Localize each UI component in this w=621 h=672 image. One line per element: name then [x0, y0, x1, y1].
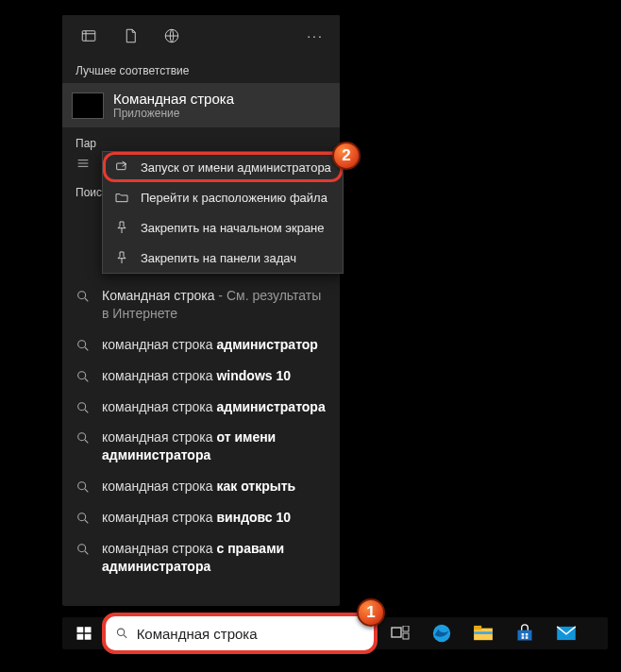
web-result-label: командная строка администратора — [102, 398, 326, 416]
svg-rect-32 — [403, 633, 409, 639]
filter-tabs: ··· — [62, 15, 340, 57]
ctx-label: Запуск от имени администратора — [141, 160, 331, 175]
ctx-open-location[interactable]: Перейти к расположению файла — [103, 182, 343, 212]
annotation-badge-2: 2 — [332, 142, 361, 170]
web-result-label: командная строка от имени администратора — [102, 428, 327, 464]
svg-line-29 — [124, 635, 126, 638]
search-icon — [76, 479, 91, 495]
ctx-pin-start[interactable]: Закрепить на начальном экране — [103, 212, 343, 243]
ctx-pin-taskbar[interactable]: Закрепить на панели задач — [103, 243, 343, 273]
search-panel: ··· Лучшее соответствие Командная строка… — [62, 15, 340, 606]
web-result[interactable]: командная строка с правами администратор… — [62, 533, 340, 582]
best-match-subtitle: Приложение — [113, 107, 234, 120]
admin-icon — [114, 160, 129, 175]
svg-point-21 — [78, 545, 86, 552]
svg-point-15 — [78, 433, 86, 441]
mail-icon[interactable] — [545, 613, 587, 653]
tab-documents-icon[interactable] — [109, 15, 151, 57]
search-icon — [76, 400, 91, 415]
svg-rect-27 — [85, 634, 92, 640]
ctx-label: Закрепить на панели задач — [141, 251, 296, 265]
search-icon — [76, 430, 91, 445]
web-result-label: командная строка windows 10 — [102, 367, 291, 385]
cmd-app-icon — [72, 92, 104, 119]
tab-all-icon[interactable] — [68, 15, 109, 57]
svg-point-9 — [78, 340, 86, 347]
web-result[interactable]: командная строка администратор — [62, 329, 340, 361]
svg-rect-35 — [474, 626, 481, 630]
svg-rect-37 — [518, 630, 532, 641]
svg-point-28 — [117, 629, 124, 635]
store-icon[interactable] — [504, 613, 545, 653]
search-icon — [76, 511, 91, 526]
svg-rect-0 — [82, 31, 95, 42]
tab-web-icon[interactable] — [151, 15, 193, 57]
svg-line-22 — [85, 551, 88, 554]
web-result-label: командная строка виндовс 10 — [102, 509, 291, 527]
search-input[interactable] — [137, 626, 364, 642]
svg-rect-36 — [474, 631, 493, 634]
explorer-icon[interactable] — [462, 613, 504, 653]
svg-line-12 — [85, 378, 88, 381]
svg-rect-31 — [403, 626, 409, 631]
web-result-label: командная строка как открыть — [102, 478, 295, 496]
search-icon — [115, 626, 129, 641]
svg-point-13 — [78, 402, 86, 410]
best-match-item[interactable]: Командная строка Приложение — [62, 83, 340, 127]
svg-line-18 — [85, 489, 88, 492]
taskview-icon[interactable] — [379, 613, 421, 653]
ctx-label: Перейти к расположению файла — [141, 191, 327, 205]
edge-icon[interactable] — [421, 613, 462, 653]
ctx-label: Закрепить на начальном экране — [141, 221, 325, 235]
settings-header-partial: Пар — [62, 127, 340, 150]
web-result-label: командная строка администратор — [102, 336, 318, 354]
more-icon[interactable]: ··· — [296, 15, 334, 57]
svg-line-8 — [85, 298, 88, 301]
ctx-run-as-admin[interactable]: Запуск от имени администратора — [103, 152, 343, 182]
web-result[interactable]: командная строка виндовс 10 — [62, 502, 340, 533]
best-match-title: Командная строка — [113, 91, 234, 107]
svg-rect-34 — [474, 629, 493, 641]
svg-point-11 — [78, 371, 86, 378]
web-result[interactable]: командная строка как открыть — [62, 471, 340, 502]
svg-line-10 — [85, 347, 88, 350]
svg-rect-38 — [522, 633, 525, 636]
svg-rect-24 — [77, 627, 84, 632]
svg-rect-41 — [526, 636, 529, 639]
svg-rect-30 — [392, 628, 401, 637]
search-icon — [76, 542, 91, 557]
svg-rect-25 — [85, 627, 92, 632]
folder-icon — [114, 190, 129, 205]
svg-rect-23 — [117, 163, 126, 170]
svg-rect-39 — [526, 633, 529, 636]
taskbar-pinned — [379, 613, 587, 653]
search-icon — [76, 369, 91, 384]
svg-point-17 — [78, 482, 86, 490]
windows-icon — [76, 625, 92, 642]
search-icon — [76, 338, 91, 353]
svg-line-14 — [85, 410, 88, 412]
annotation-badge-1: 1 — [357, 598, 385, 627]
web-result-label: командная строка с правами администратор… — [102, 540, 327, 576]
context-menu: Запуск от имени администратора Перейти к… — [102, 151, 344, 274]
svg-point-19 — [78, 513, 86, 521]
svg-point-7 — [78, 292, 86, 299]
web-result[interactable]: Командная строка - См. результаты в Инте… — [62, 280, 340, 329]
start-button[interactable] — [62, 617, 106, 649]
web-result[interactable]: командная строка windows 10 — [62, 361, 340, 392]
web-result[interactable]: командная строка администратора — [62, 392, 340, 423]
best-match-header: Лучшее соответствие — [62, 57, 340, 83]
taskbar — [59, 613, 612, 653]
svg-line-16 — [85, 440, 88, 443]
pin-icon — [114, 220, 129, 235]
pin-icon — [114, 250, 129, 265]
taskbar-search[interactable] — [106, 616, 374, 650]
web-result-label: Командная строка - См. результаты в Инте… — [102, 287, 327, 323]
list-icon — [76, 156, 91, 171]
search-icon — [76, 289, 91, 304]
svg-rect-26 — [77, 634, 84, 640]
svg-rect-40 — [522, 636, 525, 639]
svg-line-20 — [85, 520, 88, 523]
web-result[interactable]: командная строка от имени администратора — [62, 422, 340, 471]
